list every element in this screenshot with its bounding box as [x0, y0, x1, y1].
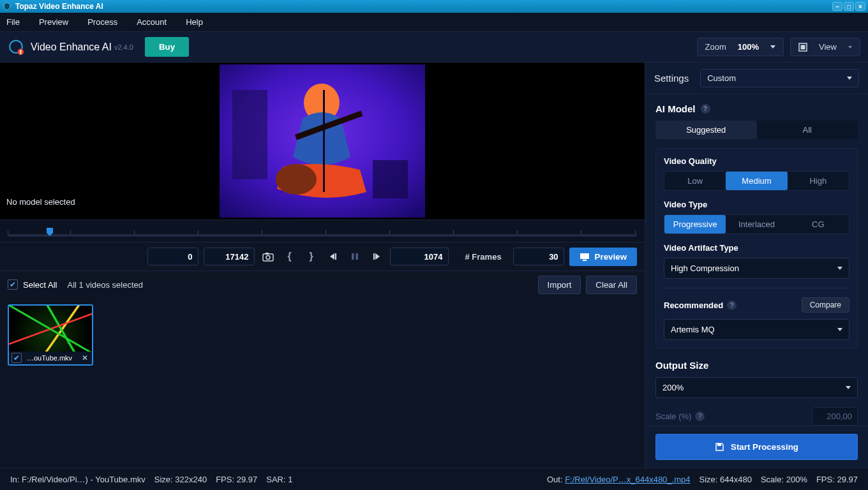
scale-pct-input[interactable]: 200,00: [812, 407, 858, 426]
video-thumb[interactable]: ✔ …ouTube.mkv ✕: [8, 304, 93, 366]
svg-point-9: [276, 164, 317, 195]
chevron-down-icon: [837, 267, 842, 270]
help-icon[interactable]: ?: [727, 301, 737, 310]
compare-button[interactable]: Compare: [802, 297, 849, 313]
svg-rect-21: [580, 253, 589, 259]
recommended-model-dropdown[interactable]: Artemis MQ: [664, 319, 849, 340]
import-button[interactable]: Import: [538, 276, 581, 294]
recommended-label: Recommended ?: [664, 301, 737, 310]
out-fps: FPS: 29.97: [816, 475, 858, 484]
vq-high[interactable]: High: [788, 172, 849, 190]
view-dropdown[interactable]: View: [790, 38, 860, 56]
camera-icon[interactable]: [260, 248, 276, 265]
in-label: In: F:/Rel/Video/Pi…) - YouTube.mkv: [10, 475, 146, 484]
zoom-dropdown[interactable]: Zoom 100%: [697, 38, 784, 56]
video-type-group: Progressive Interlaced CG: [664, 214, 849, 234]
preview-area: No model selected: [0, 63, 645, 219]
clear-all-button[interactable]: Clear All: [586, 276, 637, 294]
titlebar: Topaz Video Enhance AI – □ ×: [0, 0, 868, 13]
thumb-checkbox[interactable]: ✔: [11, 353, 22, 363]
tab-all[interactable]: All: [757, 121, 858, 139]
menu-account[interactable]: Account: [137, 17, 167, 27]
svg-rect-23: [717, 443, 721, 446]
end-frame-input[interactable]: 17142: [204, 248, 255, 265]
current-frame-input[interactable]: 1074: [390, 248, 449, 265]
out-path-link[interactable]: F:/Rel/Video/P…x_644x480_.mp4: [565, 475, 690, 484]
menu-preview[interactable]: Preview: [39, 17, 68, 27]
vt-interlaced[interactable]: Interlaced: [726, 215, 787, 234]
chevron-down-icon: [848, 46, 852, 48]
settings-preset-value: Custom: [707, 73, 736, 83]
bracket-open-icon[interactable]: {: [281, 248, 298, 265]
timeline[interactable]: [0, 219, 645, 242]
thumb-image: [9, 306, 92, 352]
start-frame-input[interactable]: 0: [147, 248, 198, 265]
svg-rect-13: [373, 160, 408, 198]
view-label: View: [819, 42, 837, 52]
preview-button[interactable]: Preview: [569, 248, 637, 266]
select-all-label[interactable]: Select All: [23, 280, 57, 290]
video-quality-label: Video Quality: [664, 156, 849, 166]
bracket-close-icon[interactable]: }: [303, 248, 320, 265]
start-processing-button[interactable]: Start Processing: [655, 434, 858, 460]
step-back-icon[interactable]: [325, 248, 341, 265]
buy-button[interactable]: Buy: [145, 37, 189, 57]
video-quality-group: Low Medium High: [664, 171, 849, 191]
svg-rect-17: [335, 253, 336, 260]
output-size-heading: Output Size: [655, 360, 858, 371]
settings-label: Settings: [654, 73, 689, 84]
menu-file[interactable]: File: [6, 17, 20, 27]
scale-pct-label: Scale (%)?: [655, 412, 812, 421]
artifact-type-dropdown[interactable]: High Compression: [664, 258, 849, 279]
minimize-button[interactable]: –: [832, 2, 842, 11]
help-icon[interactable]: ?: [695, 412, 705, 421]
out-label: Out: F:/Rel/Video/P…x_644x480_.mp4: [547, 475, 691, 484]
menu-process[interactable]: Process: [87, 17, 117, 27]
in-size: Size: 322x240: [154, 475, 207, 484]
output-scale-value: 200%: [662, 383, 684, 392]
step-forward-icon[interactable]: [368, 248, 385, 265]
svg-point-15: [266, 255, 270, 259]
statusbar: In: F:/Rel/Video/Pi…) - YouTube.mkv Size…: [0, 468, 868, 490]
thumb-filename: …ouTube.mkv: [27, 354, 78, 362]
out-scale: Scale: 200%: [761, 475, 807, 484]
thumb-close-icon[interactable]: ✕: [80, 353, 89, 362]
svg-rect-2: [20, 50, 21, 52]
menu-help[interactable]: Help: [186, 17, 203, 27]
help-icon[interactable]: ?: [701, 104, 710, 114]
vt-progressive[interactable]: Progressive: [664, 215, 726, 234]
settings-preset-dropdown[interactable]: Custom: [700, 69, 859, 87]
vq-low[interactable]: Low: [664, 172, 726, 190]
close-button[interactable]: ×: [855, 2, 865, 11]
view-icon: [798, 43, 807, 52]
svg-rect-20: [373, 253, 375, 260]
maximize-button[interactable]: □: [844, 2, 854, 11]
frames-count-input[interactable]: 30: [513, 248, 564, 265]
app-version: v2.4.0: [114, 43, 133, 51]
vt-cg[interactable]: CG: [788, 215, 849, 234]
artifact-type-value: High Compression: [671, 264, 739, 273]
logo-icon: [8, 39, 24, 56]
svg-rect-3: [20, 53, 21, 54]
output-scale-dropdown[interactable]: 200%: [655, 377, 858, 398]
selection-count: All 1 videos selected: [67, 280, 143, 290]
in-sar: SAR: 1: [266, 475, 292, 484]
vq-medium[interactable]: Medium: [726, 172, 787, 190]
video-type-label: Video Type: [664, 200, 849, 209]
save-icon: [715, 442, 724, 452]
select-all-checkbox[interactable]: ✔: [8, 279, 18, 290]
playbar: 0 17142 { } 1074 # Frames 30 Preview: [0, 242, 645, 271]
svg-rect-11: [323, 90, 325, 192]
menubar: File Preview Process Account Help: [0, 13, 868, 32]
svg-rect-14: [263, 254, 273, 261]
pause-icon[interactable]: [347, 248, 363, 265]
model-tabs: Suggested All: [655, 121, 858, 139]
svg-rect-5: [801, 45, 805, 49]
start-processing-label: Start Processing: [731, 442, 798, 452]
recommended-model-value: Artemis MQ: [671, 325, 715, 334]
playhead-icon[interactable]: [46, 227, 54, 237]
settings-header: Settings Custom: [645, 63, 868, 94]
tab-suggested[interactable]: Suggested: [655, 121, 757, 139]
svg-rect-22: [583, 260, 587, 261]
svg-rect-12: [232, 90, 267, 179]
